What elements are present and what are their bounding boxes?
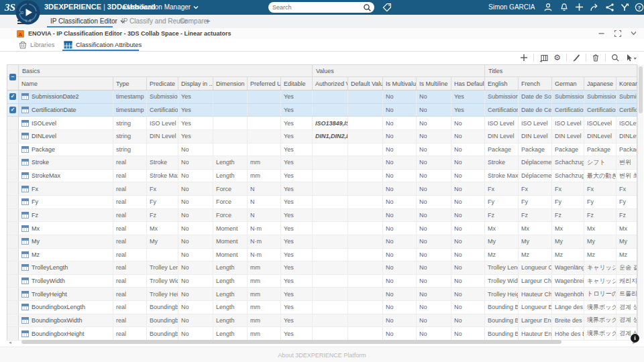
horizontal-scrollbar-thumb[interactable] — [21, 340, 561, 344]
row-select-cell[interactable] — [7, 222, 19, 235]
column-header-editable[interactable]: Editable — [281, 77, 313, 90]
selection-mode-button[interactable] — [625, 54, 637, 62]
row-select-cell[interactable] — [7, 170, 19, 182]
row-select-cell[interactable] — [7, 327, 19, 340]
cell-authorized — [313, 314, 348, 327]
table-row[interactable]: ✓CertificationDatetimestampCertification… — [7, 104, 637, 117]
subtab-classification-attributes[interactable]: Classification Attributes — [64, 39, 142, 50]
column-header-unit[interactable]: Preferred Unit — [248, 77, 281, 90]
column-header-title_en[interactable]: English — [485, 77, 519, 90]
column-header-default_value[interactable]: Default Value (... — [348, 77, 383, 90]
table-row[interactable]: MzrealNoMomentN·mYesNoNoNoMzMzMzMzMz — [7, 249, 637, 262]
column-header-predicate[interactable]: Predicate — [147, 77, 178, 90]
table-row[interactable]: ✓SubmissionDate2timestampSubmission Date… — [7, 90, 637, 104]
row-select-cell[interactable] — [7, 275, 19, 288]
row-select-cell[interactable] — [7, 130, 19, 143]
share-nodes-icon[interactable] — [605, 3, 614, 12]
about-link[interactable]: About 3DEXPERIENCE Platform — [278, 352, 366, 359]
row-select-cell[interactable]: ✓ — [7, 104, 19, 117]
row-select-cell[interactable] — [7, 143, 19, 156]
search-icon[interactable] — [363, 3, 372, 12]
attribute-table-icon — [21, 146, 29, 153]
column-header-multiline[interactable]: Is Multiline — [417, 77, 451, 90]
table-row[interactable]: FzrealFzNoForceNYesNoNoNoFzFzFzFzFz — [7, 209, 637, 223]
column-header-display[interactable]: Display in ...⇅ — [178, 77, 213, 90]
add-tab-button[interactable]: + — [205, 16, 211, 26]
row-select-cell[interactable] — [7, 261, 19, 274]
edit-button[interactable] — [572, 54, 580, 62]
compass-icon[interactable]: 3D V+R — [15, 0, 40, 25]
column-header-title_fr[interactable]: French — [519, 77, 552, 90]
add-content-icon[interactable] — [575, 3, 584, 11]
minimize-button[interactable] — [598, 29, 605, 37]
row-select-cell[interactable] — [7, 209, 19, 222]
table-search-button[interactable] — [611, 54, 620, 62]
table-row[interactable]: MyrealMyNoMomentN·mYesNoNoNoMyMyMyMyMy — [7, 235, 637, 249]
vertical-scrollbar-thumb[interactable] — [639, 66, 643, 113]
pointer-cursor-icon — [625, 54, 637, 62]
app-menu-button[interactable]: Classification Manager — [123, 3, 199, 11]
table-row[interactable]: BoundingboxLengthrealBoundingbox ...NoLe… — [7, 301, 637, 314]
column-header-authorized[interactable]: Authorized Val... — [313, 77, 348, 90]
row-select-cell[interactable] — [7, 249, 19, 261]
info-button[interactable]: i — [631, 334, 639, 343]
table-row[interactable]: MxrealMxNoMomentN·mYesNoNoNoMxMxMxMxMx — [7, 222, 637, 235]
add-attribute-button[interactable] — [520, 54, 528, 62]
notifications-bell-icon[interactable] — [559, 3, 569, 12]
delete-button[interactable] — [592, 54, 600, 62]
tab-compare[interactable]: Compare — [180, 15, 207, 27]
column-header-type[interactable]: Type — [113, 77, 147, 90]
help-icon[interactable]: ? — [635, 3, 644, 12]
user-profile-icon[interactable] — [543, 3, 553, 12]
column-header-title_ko[interactable]: Korean — [616, 77, 638, 90]
collapse-chevron-button[interactable] — [630, 29, 637, 37]
horizontal-scrollbar-track[interactable] — [13, 340, 631, 345]
table-row[interactable]: BoundingboxWidthrealBoundingbox ...NoLen… — [7, 314, 637, 328]
classification-structure-button[interactable] — [539, 54, 548, 62]
table-row[interactable]: BoundingboxHeightrealBoundingbox ...NoLe… — [7, 327, 637, 341]
column-header-title_ja[interactable]: Japanese — [584, 77, 616, 90]
swym-community-icon[interactable] — [620, 3, 629, 12]
tag-icon[interactable] — [382, 3, 392, 12]
table-row[interactable]: TrolleyLengthrealTrolley LengthNoLengthm… — [7, 261, 637, 275]
table-row[interactable]: StrokeMaxrealStroke MaxNoLengthmmYesNoNo… — [7, 170, 637, 183]
share-forward-icon[interactable] — [590, 3, 599, 12]
column-header-has_default[interactable]: Has Default Va... — [451, 77, 485, 90]
column-header-name[interactable]: Name — [19, 77, 113, 90]
row-select-cell[interactable] — [7, 117, 19, 129]
table-row[interactable]: TrolleyWidthrealTrolley WidthNoLengthmmY… — [7, 275, 637, 288]
search-input[interactable] — [268, 4, 363, 11]
column-header-title_de[interactable]: German — [552, 77, 584, 90]
column-header-dimension[interactable]: Dimension — [213, 77, 248, 90]
subtab-libraries[interactable]: Libraries — [19, 39, 54, 50]
tab-ip-classify-and-reuse[interactable]: IP Classify and Reuse — [121, 15, 187, 27]
table-row[interactable]: DINLevelstringDIN LevelYesYesDIN1,DIN2,D… — [7, 130, 637, 143]
row-select-cell[interactable] — [7, 301, 19, 314]
user-name[interactable]: Simon GARCIA — [488, 3, 535, 11]
table-row[interactable]: StrokerealStrokeNoLengthmmYesNoNoNoStrok… — [7, 156, 637, 170]
table-row[interactable]: PackagestringNoYesNoNoNoPackagePackagePa… — [7, 143, 637, 157]
vertical-scrollbar[interactable] — [637, 65, 643, 339]
row-select-cell[interactable]: ✓ — [7, 90, 19, 103]
scroll-left-arrow-icon[interactable]: ◂ — [7, 340, 13, 345]
cell-name: Mz — [19, 249, 113, 261]
row-select-cell[interactable] — [7, 235, 19, 248]
row-select-cell[interactable] — [7, 288, 19, 300]
row-select-cell[interactable] — [7, 314, 19, 327]
select-all-checkbox[interactable]: − — [9, 74, 16, 80]
cell-multivalue: No — [383, 143, 417, 156]
settings-button[interactable]: ⚙ — [553, 54, 561, 62]
table-row[interactable]: TrolleyHeightrealTrolley HeightNoLengthm… — [7, 288, 637, 301]
row-checkbox[interactable]: ✓ — [9, 93, 16, 100]
table-row[interactable]: FxrealFxNoForceNYesNoNoNoFxFxFxFxFx — [7, 182, 637, 196]
row-checkbox[interactable]: ✓ — [9, 107, 16, 113]
maximize-button[interactable] — [614, 29, 622, 38]
cell-dimension — [213, 104, 248, 117]
horizontal-scrollbar[interactable]: ◂ ▸ — [7, 339, 637, 345]
row-select-cell[interactable] — [7, 156, 19, 169]
row-select-cell[interactable] — [7, 182, 19, 195]
row-select-cell[interactable] — [7, 196, 19, 208]
column-header-multivalue[interactable]: Is Multivalue — [383, 77, 417, 90]
table-row[interactable]: ISOLevelstringISO LevelYesYesISO13849,IS… — [7, 117, 637, 130]
table-row[interactable]: FyrealFyNoForceNYesNoNoNoFyFyFyFyFy — [7, 196, 637, 209]
